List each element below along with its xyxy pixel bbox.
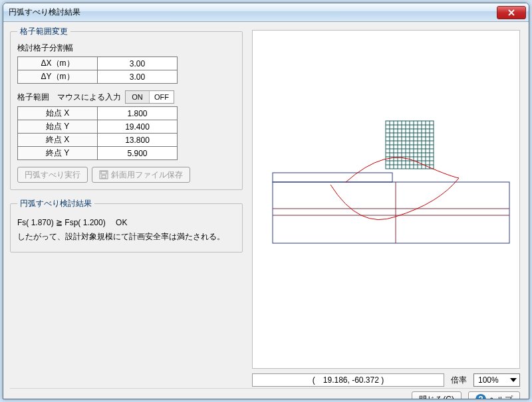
result-group: 円弧すべり検討結果 Fs( 1.870) ≧ Fsp( 1.200) OK した… [10,198,243,252]
footer-buttons: 閉じる(C) ? ヘルプ [252,391,520,399]
titlebar[interactable]: 円弧すべり検討結果 [3,3,529,22]
svg-rect-27 [273,182,509,243]
plot-canvas[interactable] [252,30,520,369]
end-x-label: 終点 X [18,134,98,147]
svg-rect-2 [102,175,106,178]
coord-readout: ( 19.186, -60.372 ) [252,373,444,387]
window-title: 円弧すべり検討結果 [9,7,497,18]
table-row: 始点 Y 19.400 [18,120,178,134]
start-x-label: 始点 X [18,107,98,120]
zoom-label: 倍率 [451,375,467,386]
window-close-button[interactable] [497,6,526,19]
table-row: ΔX（m） 3.00 [18,57,178,70]
close-icon [507,9,515,17]
table-row: 始点 X 1.800 [18,107,178,120]
start-y-value[interactable]: 19.400 [98,120,178,134]
result-line-2: したがって、設計対象規模にて計画安全率は満たされる。 [17,231,235,243]
end-y-value[interactable]: 5.900 [98,147,178,160]
help-icon: ? [475,394,486,399]
grid-division-label: 検討格子分割幅 [17,43,235,54]
table-row: 終点 X 13.800 [18,134,178,147]
dy-value[interactable]: 3.00 [98,70,178,84]
mouse-toggle-on[interactable]: ON [126,91,150,103]
division-table: ΔX（m） 3.00 ΔY（m） 3.00 [17,56,178,84]
footer-divider [10,388,521,389]
dy-label: ΔY（m） [18,70,98,84]
grid-range-group: 格子範囲変更 検討格子分割幅 ΔX（m） 3.00 ΔY（m） 3.00 格子範… [10,26,243,190]
svg-rect-26 [273,173,392,182]
dx-value[interactable]: 3.00 [98,57,178,70]
grid-range-legend: 格子範囲変更 [17,26,70,37]
save-slope-file-button[interactable]: 斜面用ファイル保存 [92,167,190,183]
chevron-down-icon [509,375,518,385]
table-row: 終点 Y 5.900 [18,147,178,160]
help-button-label: ヘルプ [489,394,513,400]
dx-label: ΔX（m） [18,57,98,70]
table-row: ΔY（m） 3.00 [18,70,178,84]
start-y-label: 始点 Y [18,120,98,134]
mouse-input-toggle[interactable]: ON OFF [125,90,174,104]
zoom-select[interactable]: 100% [473,373,520,387]
left-column: 格子範囲変更 検討格子分割幅 ΔX（m） 3.00 ΔY（m） 3.00 格子範… [10,26,243,260]
plot-svg [253,31,521,369]
close-button[interactable]: 閉じる(C) [412,391,462,399]
mouse-input-label: 格子範囲 マウスによる入力 [17,92,121,103]
client-area: 格子範囲変更 検討格子分割幅 ΔX（m） 3.00 ΔY（m） 3.00 格子範… [3,22,529,399]
execute-button[interactable]: 円弧すべり実行 [17,167,88,183]
points-table: 始点 X 1.800 始点 Y 19.400 終点 X 13.800 終点 Y … [17,106,178,160]
end-x-value[interactable]: 13.800 [98,134,178,147]
plot-status-row: ( 19.186, -60.372 ) 倍率 100% [252,373,520,387]
svg-rect-1 [101,171,106,174]
floppy-disk-icon [99,170,108,179]
start-x-value[interactable]: 1.800 [98,107,178,120]
help-button[interactable]: ? ヘルプ [468,391,520,399]
dialog-window: 円弧すべり検討結果 格子範囲変更 検討格子分割幅 ΔX（m） 3.00 ΔY（m… [3,3,529,399]
button-row: 円弧すべり実行 斜面用ファイル保存 [17,167,235,183]
result-legend: 円弧すべり検討結果 [17,198,94,209]
mouse-input-row: 格子範囲 マウスによる入力 ON OFF [17,90,235,104]
end-y-label: 終点 Y [18,147,98,160]
mouse-toggle-off[interactable]: OFF [150,91,174,103]
zoom-value: 100% [478,375,499,385]
save-button-label: 斜面用ファイル保存 [111,169,183,181]
result-line-1: Fs( 1.870) ≧ Fsp( 1.200) OK [17,217,235,229]
